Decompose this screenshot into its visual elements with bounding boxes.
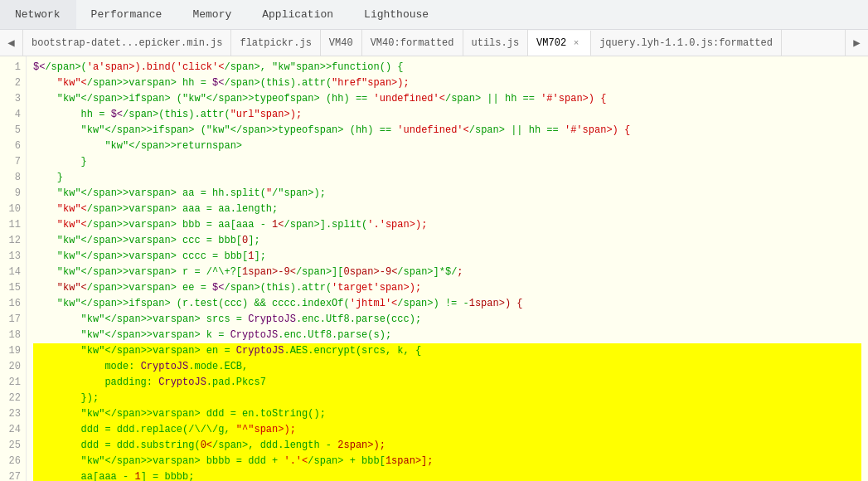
- tab-memory[interactable]: Memory: [177, 0, 247, 29]
- code-line: "kw"</span>>ifspan> ("kw"</span>>typeofs…: [33, 123, 861, 481]
- line-number: 18: [3, 328, 21, 343]
- line-number: 22: [3, 391, 21, 406]
- line-number: 6: [3, 138, 21, 154]
- file-tabs-back-arrow[interactable]: ◀: [0, 30, 23, 56]
- line-number: 13: [3, 249, 21, 265]
- code-line: padding: CryptoJS.pad.Pkcs7: [33, 375, 861, 391]
- code-line: "kw"</span>>ifspan> (r.test(ccc) && cccc…: [33, 296, 861, 481]
- line-number: 8: [3, 170, 21, 186]
- line-number: 12: [3, 233, 21, 249]
- code-line: }: [33, 154, 861, 170]
- line-number: 23: [3, 406, 21, 422]
- line-number: 19: [3, 343, 21, 359]
- file-tab-label: VM40:formatted: [371, 37, 454, 49]
- file-tab-bootstrap[interactable]: bootstrap-datet...epicker.min.js: [23, 30, 231, 56]
- code-line: "kw"</span>>varspan> bbb = aa[aaa - 1</s…: [33, 217, 861, 481]
- file-tab-vm702[interactable]: VM702 ×: [528, 31, 591, 56]
- line-number: 21: [3, 375, 21, 391]
- line-number: 7: [3, 154, 21, 170]
- code-line: hh = $</span>(this).attr("url"span>); "k…: [33, 107, 861, 481]
- tab-application[interactable]: Application: [247, 0, 349, 29]
- line-number: 16: [3, 296, 21, 312]
- code-line: "kw"</span>>varspan> ccc = bbb[0]; "kw"<…: [33, 233, 861, 481]
- line-number: 20: [3, 359, 21, 375]
- tab-network[interactable]: Network: [0, 0, 76, 29]
- code-line: "kw"</span>>varspan> ddd = en.toString()…: [33, 406, 861, 481]
- file-tabs-bar: ◀ bootstrap-datet...epicker.min.js flatp…: [0, 30, 868, 56]
- line-number: 14: [3, 265, 21, 280]
- line-number: 2: [3, 75, 21, 91]
- line-number: 17: [3, 312, 21, 328]
- code-line: "kw"</span>>ifspan> ("kw"</span>>typeofs…: [33, 91, 861, 481]
- code-line: "kw"</span>>varspan> bbbb = ddd + '.'</s…: [33, 454, 861, 481]
- tab-performance[interactable]: Performance: [76, 0, 178, 29]
- code-line: "kw"</span>>varspan> srcs = CryptoJS.enc…: [33, 312, 861, 481]
- line-number: 5: [3, 123, 21, 138]
- code-editor: 1234567891011121314151617181920212223242…: [0, 56, 868, 481]
- line-numbers-gutter: 1234567891011121314151617181920212223242…: [0, 56, 27, 481]
- code-line: "kw"</span>>varspan> en = CryptoJS.AES.e…: [33, 343, 861, 481]
- code-content[interactable]: $</span>('a'span>).bind('click'</span>, …: [27, 56, 868, 481]
- file-tab-flatpickr[interactable]: flatpickr.js: [231, 30, 320, 56]
- file-tab-vm40-formatted[interactable]: VM40:formatted: [362, 30, 463, 56]
- file-tab-utils[interactable]: utils.js: [463, 30, 529, 56]
- line-number: 10: [3, 202, 21, 217]
- line-number: 27: [3, 469, 21, 481]
- line-number: 4: [3, 107, 21, 123]
- code-line: "kw"</span>>returnspan> } } "kw"</span>>…: [33, 138, 861, 481]
- code-line: "kw"</span>>varspan> k = CryptoJS.enc.Ut…: [33, 328, 861, 481]
- code-line: "kw"</span>>varspan> aa = hh.split("/"sp…: [33, 186, 861, 481]
- file-tab-vm40[interactable]: VM40: [321, 30, 362, 56]
- file-tab-label: VM702: [536, 37, 566, 49]
- code-line: "kw"</span>>varspan> hh = $</span>(this)…: [33, 75, 861, 481]
- file-tab-label: jquery.lyh-1.1.0.js:formatted: [599, 37, 773, 49]
- line-number: 25: [3, 438, 21, 454]
- nav-tabs-bar: Network Performance Memory Application L…: [0, 0, 868, 30]
- code-line: ddd = ddd.replace(/\/\/g, "^"span>); ddd…: [33, 422, 861, 481]
- line-number: 1: [3, 60, 21, 75]
- line-number: 3: [3, 91, 21, 107]
- file-tabs-container: bootstrap-datet...epicker.min.js flatpic…: [23, 30, 845, 56]
- line-number: 15: [3, 280, 21, 296]
- file-tab-label: flatpickr.js: [240, 37, 311, 49]
- code-line: ddd = ddd.substring(0</span>, ddd.length…: [33, 438, 861, 481]
- code-line: "kw"</span>>varspan> ee = $</span>(this)…: [33, 280, 861, 481]
- code-line: "kw"</span>>varspan> r = /^\+?[1span>-9<…: [33, 265, 861, 481]
- code-line: });: [33, 391, 861, 406]
- code-line: }: [33, 170, 861, 186]
- code-line: $</span>('a'span>).bind('click'</span>, …: [33, 60, 861, 481]
- file-tabs-forward-arrow[interactable]: ▶: [845, 30, 868, 56]
- line-number: 24: [3, 422, 21, 438]
- file-tab-label: utils.js: [472, 37, 520, 49]
- file-tab-label: VM40: [329, 37, 353, 49]
- file-tab-jquery[interactable]: jquery.lyh-1.1.0.js:formatted: [591, 30, 782, 56]
- code-line: "kw"</span>>varspan> cccc = bbb[1]; "kw"…: [33, 249, 861, 481]
- line-number: 26: [3, 454, 21, 469]
- code-line: "kw"</span>>varspan> aaa = aa.length; "k…: [33, 202, 861, 481]
- line-number: 11: [3, 217, 21, 233]
- file-tab-close-button[interactable]: ×: [570, 37, 582, 49]
- tab-lighthouse[interactable]: Lighthouse: [349, 0, 444, 29]
- code-line: mode: CryptoJS.mode.ECB,: [33, 359, 861, 375]
- code-line: aa[aaa - 1] = bbbb;: [33, 469, 861, 481]
- file-tab-label: bootstrap-datet...epicker.min.js: [32, 37, 222, 49]
- line-number: 9: [3, 186, 21, 202]
